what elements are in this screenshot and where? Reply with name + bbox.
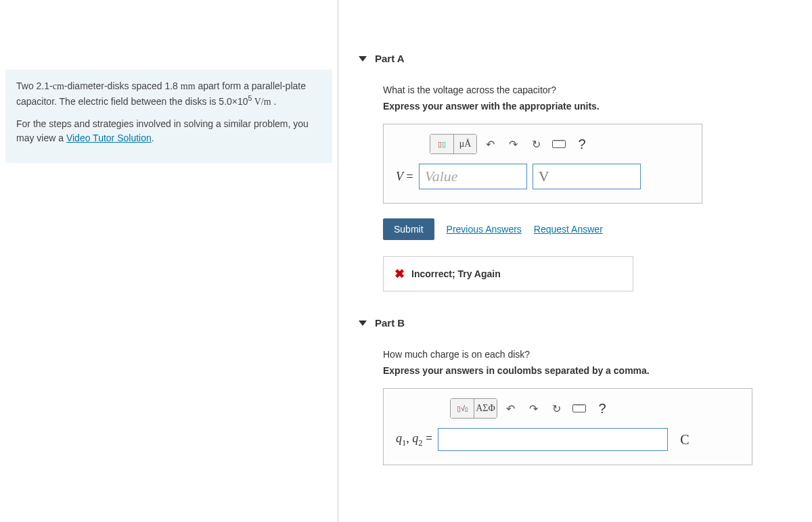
submit-button[interactable]: Submit xyxy=(383,218,434,240)
templates-button[interactable]: ▯√▯ xyxy=(451,399,474,418)
variable-label-b: q1, q2 = xyxy=(396,431,432,448)
variable-label: V = xyxy=(396,170,413,184)
part-b-header[interactable]: Part B xyxy=(359,312,798,334)
part-b-instruction: Express your answers in coulombs separat… xyxy=(383,365,798,376)
unit-input[interactable] xyxy=(533,164,641,189)
part-a-header[interactable]: Part A xyxy=(359,47,798,70)
greek-button[interactable]: ΑΣΦ xyxy=(474,399,497,418)
undo-button[interactable]: ↶ xyxy=(480,135,500,153)
previous-answers-link[interactable]: Previous Answers xyxy=(447,224,522,235)
units-button[interactable]: μÅ xyxy=(453,135,476,153)
part-a-instruction: Express your answer with the appropriate… xyxy=(383,101,798,112)
redo-button[interactable]: ↷ xyxy=(523,399,543,418)
radical-icon: ▯√▯ xyxy=(457,405,468,412)
part-b-question: How much charge is on each disk? xyxy=(383,349,798,360)
request-answer-link[interactable]: Request Answer xyxy=(534,224,603,235)
value-input[interactable] xyxy=(419,164,527,189)
keyboard-icon xyxy=(572,404,586,412)
undo-button[interactable]: ↶ xyxy=(500,399,520,418)
templates-icon: ▯▯ xyxy=(438,141,446,148)
reset-button[interactable]: ↻ xyxy=(546,399,566,418)
keyboard-button[interactable] xyxy=(569,399,589,418)
part-a-title: Part A xyxy=(375,53,405,64)
chevron-down-icon xyxy=(359,56,367,62)
part-a-answer-box: ▯▯ μÅ ↶ ↷ ↻ ? V = xyxy=(383,124,702,204)
chevron-down-icon xyxy=(359,321,367,326)
problem-statement: Two 2.1-cm-diameter-disks spaced 1.8 mm … xyxy=(5,70,332,163)
unit-label: C xyxy=(680,432,689,448)
reset-button[interactable]: ↻ xyxy=(526,135,546,153)
incorrect-icon: ✖ xyxy=(394,266,405,281)
keyboard-icon xyxy=(552,140,566,148)
help-button[interactable]: ? xyxy=(572,135,592,153)
part-b-answer-box: ▯√▯ ΑΣΦ ↶ ↷ ↻ ? q1, q2 = xyxy=(383,388,752,465)
problem-text: Two 2.1- xyxy=(16,80,53,91)
feedback-text: Incorrect; Try Again xyxy=(411,268,501,279)
part-a-question: What is the voltage across the capacitor… xyxy=(383,85,798,95)
video-tutor-link[interactable]: Video Tutor Solution xyxy=(66,133,152,143)
part-b-title: Part B xyxy=(375,317,405,329)
redo-button[interactable]: ↷ xyxy=(503,135,523,153)
charge-input[interactable] xyxy=(438,428,668,451)
keyboard-button[interactable] xyxy=(549,135,569,153)
feedback-box: ✖ Incorrect; Try Again xyxy=(383,256,633,291)
templates-button[interactable]: ▯▯ xyxy=(430,135,453,153)
help-button[interactable]: ? xyxy=(592,399,612,418)
